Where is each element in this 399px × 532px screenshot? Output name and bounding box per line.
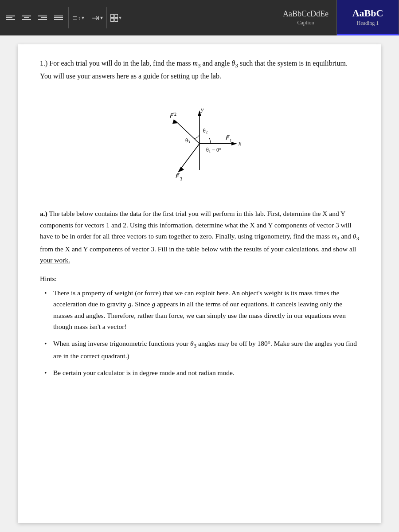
heading-preview-text: AaBbC — [352, 8, 383, 19]
svg-text:y: y — [200, 106, 204, 113]
svg-marker-3 — [231, 142, 237, 145]
hint-item-2: When using inverse trigonometric functio… — [44, 338, 359, 362]
svg-text:θ3: θ3 — [185, 137, 190, 144]
heading-label-text: Heading 1 — [357, 20, 379, 27]
hints-list: There is a property of weight (or force)… — [40, 287, 359, 379]
question-1-text: 1.) For each trial you will do in the la… — [40, 58, 359, 82]
diagram-container: y x F⃗ 1 θ1 = 0° F⃗ 2 θ2 θ3 — [40, 90, 359, 197]
svg-text:θ1 = 0°: θ1 = 0° — [206, 147, 221, 153]
sub-a-intro: a.) The table below contains the data fo… — [40, 208, 359, 266]
svg-text:F⃗: F⃗ — [169, 113, 174, 119]
svg-line-16 — [180, 144, 200, 170]
line-spacing-button[interactable]: ≡ ↕ ▾ — [72, 13, 84, 23]
force-diagram-svg: y x F⃗ 1 θ1 = 0° F⃗ 2 θ2 θ3 — [137, 90, 262, 197]
svg-marker-11 — [172, 119, 178, 124]
toolbar-divider-1 — [68, 7, 69, 28]
toolbar-left: ≡ ↕ ▾ ⇥ ▾ ▾ — [0, 0, 126, 35]
align-right-button[interactable] — [36, 14, 49, 22]
show-work-underline: show all your work. — [40, 245, 356, 264]
align-center-button[interactable] — [20, 14, 33, 22]
svg-marker-17 — [178, 167, 184, 172]
hint-item-1: There is a property of weight (or force)… — [44, 287, 359, 332]
hints-section: Hints: There is a property of weight (or… — [40, 275, 359, 379]
toolbar: ≡ ↕ ▾ ⇥ ▾ ▾ AaBbCcDdEe Caption — [0, 0, 399, 35]
align-justify-button[interactable] — [52, 14, 65, 22]
svg-text:3: 3 — [180, 176, 182, 181]
content-area: 1.) For each trial you will do in the la… — [18, 44, 381, 523]
svg-text:F⃗: F⃗ — [225, 135, 230, 141]
caption-label-text: Caption — [297, 20, 314, 26]
indent-dropdown-button[interactable]: ⇥ ▾ — [92, 12, 103, 23]
toolbar-right: AaBbCcDdEe Caption AaBbC Heading 1 — [275, 0, 399, 35]
caption-preview-text: AaBbCcDdEe — [283, 9, 329, 19]
align-left-button[interactable] — [4, 14, 17, 22]
hints-label: Hints: — [40, 275, 359, 283]
svg-text:F⃗: F⃗ — [175, 173, 180, 180]
style-heading-item[interactable]: AaBbC Heading 1 — [337, 0, 399, 35]
toolbar-divider-3 — [106, 7, 107, 28]
style-caption-item[interactable]: AaBbCcDdEe Caption — [275, 0, 337, 35]
svg-text:θ2: θ2 — [203, 128, 207, 134]
svg-text:x: x — [238, 140, 242, 147]
svg-text:2: 2 — [174, 112, 176, 117]
svg-text:1: 1 — [230, 138, 232, 143]
hint-item-3: Be certain your calculator is in degree … — [44, 367, 359, 379]
toolbar-divider-2 — [88, 7, 88, 28]
borders-dropdown-button[interactable]: ▾ — [110, 14, 121, 22]
